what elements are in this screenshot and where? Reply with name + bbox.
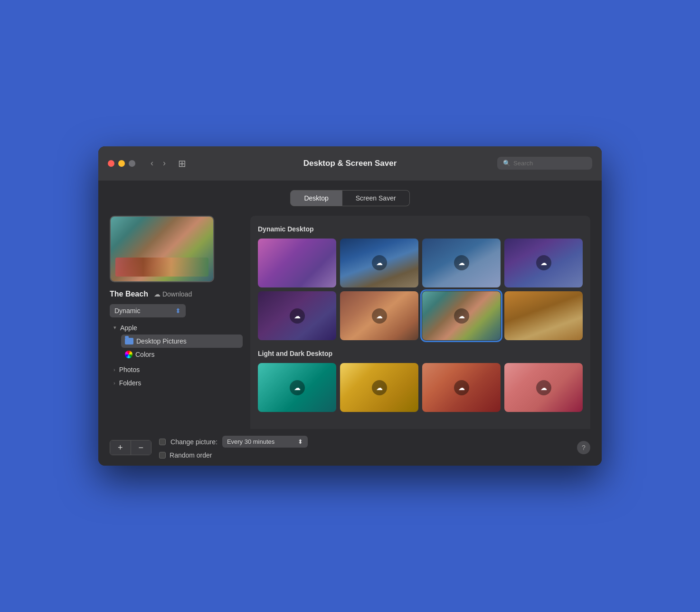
random-order-row: Random order [159,451,569,459]
back-button[interactable]: ‹ [148,156,156,170]
light-dark-grid: ☁ ☁ ☁ ☁ [258,363,583,412]
chevron-right-icon-2: › [114,380,115,386]
close-button[interactable] [108,160,114,167]
wallpaper-thumb-5[interactable]: ☁ [258,291,336,340]
bottom-bar: + − Change picture: Every 30 minutes ⬍ R… [98,429,602,466]
section-title-light-dark: Light and Dark Desktop [258,350,583,357]
download-overlay-3: ☁ [454,255,469,270]
section-title-dynamic: Dynamic Desktop [258,225,583,233]
remove-button[interactable]: − [131,440,151,455]
dynamic-desktop-grid: ☁ ☁ ☁ ☁ ☁ [258,239,583,340]
chevron-right-icon: › [114,367,115,373]
left-panel: The Beach ☁ Download Dynamic ⬍ [110,216,243,429]
wallpaper-thumb-3[interactable]: ☁ [422,239,501,287]
folder-icon [125,338,133,344]
wallpaper-name: The Beach [110,290,148,298]
sidebar-apple-children: Desktop Pictures Colors [110,335,243,361]
titlebar: ‹ › ⊞ Desktop & Screen Saver 🔍 [98,146,602,181]
random-order-label: Random order [170,451,212,459]
chevron-down-icon: ▾ [114,325,116,331]
wallpaper-thumb-2[interactable]: ☁ [340,239,418,287]
add-button[interactable]: + [110,440,131,455]
wallpaper-thumb-4[interactable]: ☁ [504,239,583,287]
wallpaper-thumb-ld4[interactable]: ☁ [504,363,583,412]
sidebar-folders-label: Folders [119,379,142,387]
sidebar-item-colors[interactable]: Colors [121,348,243,361]
download-overlay-2: ☁ [372,255,387,270]
nav-arrows: ‹ › [148,156,169,170]
search-icon: 🔍 [503,160,511,167]
wallpaper-thumb-ld2[interactable]: ☁ [340,363,418,412]
wallpaper-thumb-ld3[interactable]: ☁ [422,363,501,412]
sidebar-colors-label: Colors [135,351,154,358]
grid-icon: ⊞ [178,158,186,169]
traffic-lights [108,160,135,167]
main-area: The Beach ☁ Download Dynamic ⬍ [110,216,590,429]
chevron-updown-icon: ⬍ [175,307,181,315]
color-wheel-icon [125,351,132,358]
wallpaper-thumb-ld1[interactable]: ☁ [258,363,336,412]
download-overlay-4: ☁ [536,255,551,270]
sidebar-photos-label: Photos [119,366,140,373]
download-overlay-6: ☁ [372,308,387,324]
wallpaper-thumb-1[interactable] [258,239,336,287]
change-picture-checkbox[interactable] [159,439,166,445]
download-overlay-5: ☁ [290,308,305,324]
display-mode-value: Dynamic [114,307,140,315]
help-button[interactable]: ? [577,441,590,454]
change-picture-label: Change picture: [170,438,218,446]
wallpaper-info: The Beach ☁ Download [110,290,243,298]
search-box[interactable]: 🔍 [497,157,592,170]
interval-value: Every 30 minutes [227,438,274,445]
sidebar-item-desktop-pictures[interactable]: Desktop Pictures [121,335,243,348]
wallpaper-grid-panel: Dynamic Desktop ☁ ☁ ☁ [250,216,590,429]
change-picture-area: Change picture: Every 30 minutes ⬍ [159,436,569,448]
bottom-controls: Change picture: Every 30 minutes ⬍ Rando… [159,436,569,459]
sidebar-tree: ▾ Apple Desktop Pictures Colors [110,321,243,390]
preview-image [111,217,213,281]
wallpaper-thumb-6[interactable]: ☁ [340,291,418,340]
search-input[interactable] [513,160,586,167]
download-overlay-ld2: ☁ [372,380,387,395]
random-order-checkbox[interactable] [159,452,166,459]
window-title: Desktop & Screen Saver [303,159,397,168]
sidebar-desktop-pictures-label: Desktop Pictures [136,337,187,345]
add-remove-controls: + − [110,440,151,455]
tab-screen-saver[interactable]: Screen Saver [342,190,410,206]
download-cloud-icon: ☁ [154,290,161,298]
sidebar-item-apple[interactable]: ▾ Apple [110,321,243,335]
main-window: ‹ › ⊞ Desktop & Screen Saver 🔍 Desktop S… [98,146,602,466]
download-button[interactable]: ☁ Download [154,290,192,298]
download-overlay-ld1: ☁ [290,380,305,395]
right-panel-container: Dynamic Desktop ☁ ☁ ☁ [250,216,590,429]
interval-select[interactable]: Every 30 minutes ⬍ [222,436,308,448]
content-area: Desktop Screen Saver The Beach ☁ Downloa… [98,181,602,429]
display-mode-select[interactable]: Dynamic ⬍ [110,304,186,317]
sidebar-item-photos[interactable]: › Photos [110,363,243,376]
tab-bar: Desktop Screen Saver [110,190,590,206]
wallpaper-thumb-8[interactable] [504,291,583,340]
sidebar-apple-label: Apple [120,324,137,332]
sidebar-group-apple: ▾ Apple Desktop Pictures Colors [110,321,243,361]
forward-button[interactable]: › [160,156,169,170]
maximize-button[interactable] [129,160,135,167]
minimize-button[interactable] [118,160,125,167]
interval-arrow-icon: ⬍ [298,438,303,445]
wallpaper-preview [110,216,214,282]
download-overlay-ld4: ☁ [536,380,551,395]
download-overlay-7: ☁ [454,308,469,324]
download-overlay-ld3: ☁ [454,380,469,395]
sidebar-item-folders[interactable]: › Folders [110,376,243,390]
download-label: Download [162,290,192,298]
wallpaper-thumb-7[interactable]: ☁ [422,291,501,340]
tab-desktop[interactable]: Desktop [290,190,342,206]
